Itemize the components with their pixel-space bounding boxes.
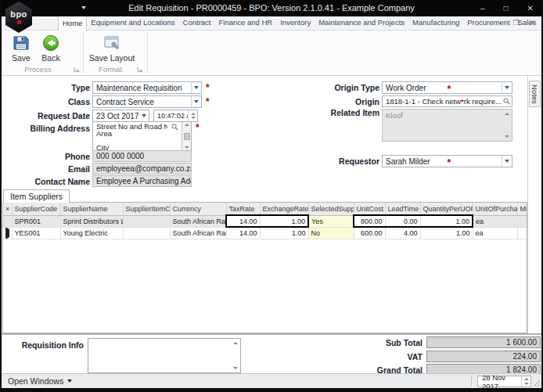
chevron-down-icon[interactable] — [502, 82, 512, 93]
column-header-selectedsupplier[interactable]: SelectedSupplier — [308, 203, 354, 215]
current-row-indicator — [3, 227, 12, 239]
grid-cell[interactable]: 4.00 — [385, 227, 420, 239]
search-icon[interactable] — [171, 124, 178, 131]
grid-cell[interactable] — [123, 227, 170, 239]
chevron-down-icon[interactable] — [138, 110, 149, 121]
grid-cell[interactable]: 14.00 — [226, 227, 260, 239]
class-label: Class — [0, 97, 90, 106]
grid-cell[interactable]: South African Rand — [170, 227, 226, 239]
request-date-value: 23 Oct 2017 — [96, 112, 138, 120]
tab-home[interactable]: Home — [58, 16, 87, 31]
origin-type-combobox[interactable]: Work Order * — [382, 81, 512, 94]
request-date-picker[interactable]: 23 Oct 2017 — [92, 110, 149, 122]
class-combobox[interactable]: Contract Service — [92, 95, 202, 108]
open-windows-dropdown[interactable]: Open Windows — [8, 376, 72, 386]
grid-cell[interactable]: YES001 — [12, 227, 60, 239]
request-time-spinner[interactable]: 10:47:02 AM — [153, 110, 198, 122]
column-header-truncated[interactable]: Mi — [517, 203, 527, 215]
tab-contract[interactable]: Contract — [179, 16, 215, 30]
column-header-unitcost[interactable]: UnitCost — [354, 203, 385, 215]
time-spinner-buttons[interactable] — [188, 110, 197, 121]
group-format-label: Format — [86, 65, 135, 74]
table-row: SPR001 Sprint Distributors Local South A… — [3, 215, 527, 227]
chevron-down-icon[interactable] — [191, 82, 201, 93]
grid-cell[interactable]: No — [308, 227, 354, 239]
search-icon[interactable] — [503, 98, 510, 105]
status-date-spinner[interactable]: 28 Nov 2017 — [477, 376, 531, 387]
bpo-logo-dot — [17, 20, 21, 24]
grid-cell[interactable]: Yes — [308, 215, 354, 227]
requisition-info-field[interactable] — [88, 338, 241, 373]
type-combobox[interactable]: Maintenance Requisition — [92, 81, 202, 94]
save-button-label: Save — [12, 53, 31, 63]
column-header-unitofpurchase[interactable]: UnitOfPurchase — [473, 203, 517, 215]
tab-equipment-and-locations[interactable]: Equipment and Locations — [87, 16, 178, 30]
column-header-quantityperuop[interactable]: QuantityPerUOP — [420, 203, 473, 215]
grid-cell[interactable]: 1.00 — [260, 227, 308, 239]
grid-cell[interactable]: South African Rand — [170, 215, 226, 227]
grid-cell[interactable] — [517, 227, 527, 239]
scroll-up-icon[interactable] — [505, 113, 509, 115]
delete-column-header[interactable]: × — [3, 203, 12, 215]
required-marker: * — [206, 82, 210, 93]
mdi-restore-button[interactable]: ❐ — [512, 19, 519, 27]
grid-cell[interactable]: 600.00 — [354, 227, 385, 239]
dialog-launcher-icon[interactable] — [74, 67, 80, 73]
scroll-down-icon[interactable] — [233, 367, 238, 369]
chevron-down-icon[interactable] — [191, 96, 201, 107]
grid-cell[interactable]: 1.00 — [260, 215, 308, 227]
origin-lookup-field[interactable]: 1818-1-1 - Check netw*rk require... — [382, 95, 512, 107]
requestor-combobox[interactable]: Sarah Milder * — [382, 155, 512, 167]
window-close-button[interactable]: ✕ — [527, 4, 534, 13]
phone-field: 000 000 0000 — [92, 150, 192, 162]
mdi-minimize-button[interactable]: – — [498, 19, 502, 27]
column-header-supplieritemcode[interactable]: SupplierItemCode — [123, 203, 170, 215]
mdi-close-button[interactable]: ✕ — [529, 19, 535, 27]
grid-cell[interactable]: 14.00 — [226, 215, 260, 227]
current-row-arrow-icon — [5, 227, 9, 239]
grid-cell[interactable] — [123, 215, 170, 227]
billing-address-field[interactable]: Street No and Road Name Area City — [92, 121, 192, 151]
grid-cell[interactable]: ea — [473, 227, 517, 239]
date-spinner-buttons[interactable] — [521, 376, 530, 387]
window-minimize-button[interactable]: – — [480, 4, 485, 13]
grid-cell[interactable]: 800.00 — [354, 215, 385, 227]
resize-grip[interactable] — [531, 378, 541, 387]
column-header-suppliercode[interactable]: SupplierCode — [12, 203, 60, 215]
grid-cell[interactable]: SPR001 — [12, 215, 60, 227]
tab-maintenance-and-projects[interactable]: Maintenance and Projects — [315, 16, 408, 30]
grid-cell[interactable]: Sprint Distributors Local — [60, 215, 123, 227]
notes-side-tab[interactable]: Notes — [529, 81, 541, 107]
tab-finance-and-hr[interactable]: Finance and HR — [214, 16, 276, 30]
dialog-launcher-icon[interactable] — [137, 67, 143, 73]
window-maximize-button[interactable]: □ — [504, 4, 509, 13]
billing-address-line: Area — [96, 130, 167, 137]
chevron-down-icon[interactable] — [502, 156, 512, 167]
tab-inventory[interactable]: Inventory — [276, 16, 315, 30]
billing-address-scrollbar[interactable] — [182, 122, 191, 150]
grid-cell[interactable]: 1.00 — [420, 215, 473, 227]
item-suppliers-tab[interactable]: Item Suppliers — [3, 189, 70, 203]
column-header-exchangerate[interactable]: ExchangeRate — [260, 203, 308, 215]
column-header-currency[interactable]: Currency — [170, 203, 226, 215]
column-header-leadtime[interactable]: LeadTime — [385, 203, 420, 215]
scroll-down-icon[interactable] — [505, 135, 509, 138]
scroll-up-icon[interactable] — [233, 342, 238, 344]
totals-panel: Requisition Info Sub Total 1 600.00 VAT … — [2, 333, 541, 373]
grid-cell[interactable]: 1.00 — [420, 227, 473, 239]
type-label: Type — [0, 83, 90, 92]
required-marker: * — [196, 122, 200, 133]
grid-cell[interactable]: 0.00 — [385, 215, 420, 227]
grid-cell[interactable]: ea — [473, 215, 517, 227]
billing-address-line — [96, 137, 167, 144]
back-arrow-icon — [42, 34, 59, 52]
quick-access-caret-icon[interactable] — [81, 6, 86, 9]
grid-cell[interactable] — [517, 215, 527, 227]
column-header-taxrate[interactable]: TaxRate — [226, 203, 260, 215]
bpo-logo-text: bpo — [10, 10, 27, 19]
sub-total-label: Sub Total — [330, 338, 423, 347]
required-marker: * — [448, 157, 451, 167]
column-header-suppliername[interactable]: SupplierName — [60, 203, 123, 215]
tab-manufacturing[interactable]: Manufacturing — [408, 16, 463, 30]
grid-cell[interactable]: Young Electric — [60, 227, 123, 239]
